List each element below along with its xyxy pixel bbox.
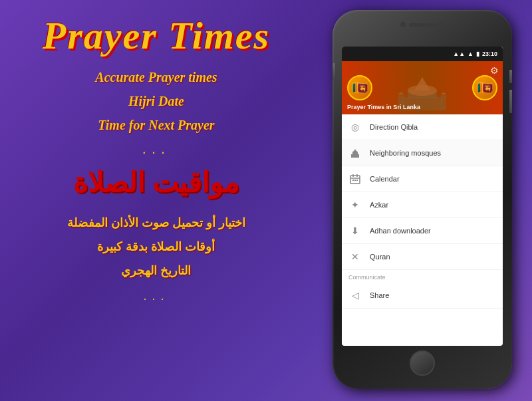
- menu-item-share[interactable]: ◁ Share: [342, 283, 503, 309]
- left-panel: Prayer Times Accurate Prayer times Hijri…: [13, 7, 299, 401]
- signal-indicator: ▲▲: [453, 51, 465, 57]
- decorative-dots-2: ...: [143, 289, 169, 303]
- menu-item-calendar[interactable]: Calendar: [342, 166, 503, 192]
- svg-rect-16: [352, 180, 354, 181]
- settings-gear-icon[interactable]: ⚙: [490, 65, 499, 76]
- svg-marker-11: [353, 149, 357, 152]
- azkar-label: Azkar: [370, 201, 388, 209]
- download-icon: ⬇: [348, 224, 362, 237]
- azkar-icon: ✦: [348, 198, 362, 211]
- calendar-label: Calendar: [370, 175, 400, 183]
- app-header-title: Prayer Times in Sri Lanka: [347, 104, 420, 110]
- qibla-icon: ◎: [348, 120, 362, 134]
- volume-button-right: [509, 90, 512, 113]
- wifi-icon: ▲: [467, 51, 473, 57]
- quran-icon: ✕: [348, 250, 362, 263]
- menu-item-adhan[interactable]: ⬇ Adhan downloader: [342, 218, 503, 244]
- adhan-label: Adhan downloader: [370, 227, 431, 235]
- mosque-svg-icon: [350, 148, 360, 158]
- mosque-icon: [348, 146, 362, 160]
- share-icon: ◁: [348, 289, 362, 302]
- phone-screen: ▲▲ ▲ ▮ 23:10 🇱🇰: [342, 47, 503, 346]
- subtitle-1: Accurate Prayer times: [95, 65, 217, 89]
- status-bar: ▲▲ ▲ ▮ 23:10: [342, 47, 503, 61]
- phone-top-area: [400, 22, 444, 27]
- svg-marker-3: [414, 77, 430, 90]
- arabic-sub-3: التاريخ الهجري: [67, 259, 245, 283]
- country-flag-right: 🇱🇰: [472, 75, 497, 100]
- svg-rect-17: [354, 180, 356, 181]
- svg-marker-7: [441, 92, 446, 94]
- menu-item-azkar[interactable]: ✦ Azkar: [342, 192, 503, 218]
- time-display: 23:10: [482, 51, 497, 57]
- app-title: Prayer Times: [43, 17, 270, 55]
- volume-button: [332, 63, 335, 80]
- arabic-sub-2: أوقات الصلاة بدقة كبيرة: [67, 235, 245, 259]
- mosques-label: Neighboring mosques: [370, 149, 441, 157]
- country-flag: 🇱🇰: [347, 75, 372, 100]
- power-button: [509, 70, 512, 83]
- arabic-title: مواقيت الصلاة: [73, 166, 240, 199]
- phone-frame: ▲▲ ▲ ▮ 23:10 🇱🇰: [332, 10, 512, 389]
- battery-icon: ▮: [476, 51, 479, 57]
- menu-list: ◎ Direction Qibla Neighboring mosques: [342, 114, 503, 309]
- calendar-svg-icon: [350, 174, 360, 184]
- svg-marker-6: [398, 92, 404, 94]
- svg-rect-5: [441, 94, 446, 110]
- communicate-section-header: Communicate: [342, 270, 503, 283]
- svg-rect-18: [356, 180, 358, 181]
- share-label: Share: [370, 291, 389, 299]
- earpiece: [409, 23, 436, 27]
- menu-item-quran[interactable]: ✕ Quran: [342, 244, 503, 270]
- sensor: [439, 22, 444, 27]
- calendar-icon: [348, 172, 362, 186]
- qibla-label: Direction Qibla: [370, 123, 418, 131]
- quran-label: Quran: [370, 253, 390, 261]
- front-camera: [400, 22, 406, 27]
- menu-item-mosques[interactable]: Neighboring mosques: [342, 140, 503, 166]
- app-header: 🇱🇰: [342, 61, 503, 114]
- arabic-sub-1: اختيار أو تحميل صوت الأذان المفضلة: [67, 211, 245, 235]
- phone-mockup: ▲▲ ▲ ▮ 23:10 🇱🇰: [332, 10, 512, 389]
- home-button[interactable]: [410, 350, 435, 376]
- menu-item-qibla[interactable]: ◎ Direction Qibla: [342, 114, 503, 140]
- subtitle-3: Time for Next Prayer: [95, 113, 217, 137]
- subtitle-2: Hijri Date: [95, 89, 217, 113]
- decorative-dots-1: ...: [142, 140, 170, 158]
